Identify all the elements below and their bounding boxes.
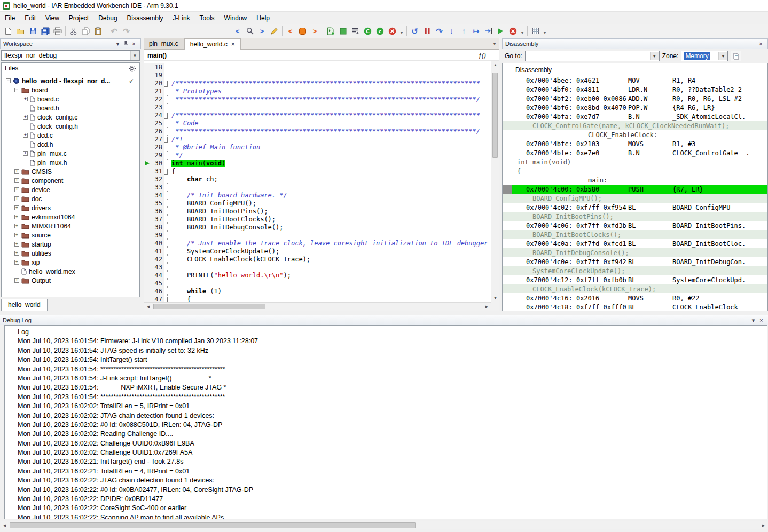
toolbar-toggle-breakpoint-button[interactable] (296, 25, 309, 37)
toolbar-navigate-forward-button[interactable]: > (256, 25, 268, 37)
code-line-35[interactable]: 35 BOARD_ConfigMPU(); (144, 200, 491, 208)
tree-item-dcd-c[interactable]: +dcd.c (2, 131, 139, 140)
close-icon[interactable]: × (231, 41, 235, 47)
toolbar-next-error-button[interactable]: > (309, 25, 321, 37)
chevron-down-icon[interactable]: ▼ (650, 52, 659, 60)
fold-collapse-icon[interactable]: − (164, 113, 168, 119)
tree-item-clock-config-h[interactable]: clock_config.h (2, 122, 139, 131)
breakpoint-margin[interactable] (144, 152, 151, 160)
code-line-46[interactable]: 46 while (1) (144, 288, 491, 296)
fold-collapse-icon[interactable]: − (164, 297, 168, 302)
tree-expander-icon[interactable]: + (14, 205, 19, 210)
fold-collapse-icon[interactable]: − (164, 81, 168, 87)
code-line-27[interactable]: 27−/*! (144, 136, 491, 144)
scrollbar-thumb[interactable] (492, 73, 498, 158)
editor-vertical-scrollbar[interactable]: ▲ ▼ (491, 61, 499, 302)
breakpoint-margin[interactable] (144, 128, 151, 136)
tree-expander-icon[interactable]: − (14, 88, 19, 92)
breakpoint-margin[interactable] (144, 63, 151, 72)
disasm-row[interactable]: 0x7000'4bf0: 0x4811LDR.NR0, ??DataTable2… (503, 85, 767, 94)
code-line-41[interactable]: 41 SystemCoreClockUpdate(); (144, 248, 491, 256)
scroll-right-icon[interactable]: ▶ (483, 303, 491, 311)
code-line-42[interactable]: 42 CLOCK_EnableClock(kCLOCK_Trace); (144, 256, 491, 264)
disasm-row[interactable]: CLOCK_EnableClock(kCLOCK_Trace); (503, 284, 767, 293)
menu-window[interactable]: Window (220, 12, 252, 24)
code-line-31[interactable]: 31−{ (144, 168, 491, 176)
breakpoint-margin[interactable] (144, 216, 151, 224)
tree-expander-icon[interactable]: + (23, 151, 28, 156)
code-line-40[interactable]: 40 /* Just enable the trace clock, leave… (144, 240, 491, 248)
toolbar-redo-button[interactable]: ↷ (120, 25, 132, 37)
disasm-row[interactable]: 0x7000'4c12: 0xf7ff 0xfb0bBLSystemCoreCl… (503, 275, 767, 284)
scroll-up-icon[interactable]: ▲ (491, 61, 499, 69)
scroll-left-icon[interactable]: ◀ (144, 303, 152, 311)
tree-expander-icon[interactable]: + (14, 187, 19, 192)
breakpoint-margin[interactable] (144, 184, 151, 192)
toolbar-run-to-cursor-button[interactable] (482, 25, 495, 37)
close-icon[interactable]: × (757, 41, 765, 47)
tree-expander-icon[interactable]: + (23, 97, 28, 101)
toolbar-cut-button[interactable] (67, 25, 80, 37)
breakpoint-margin[interactable] (144, 280, 151, 288)
tree-expander-icon[interactable]: + (14, 233, 19, 237)
config-selector[interactable]: flexspi_nor_debug ▼ (1, 50, 140, 61)
toolbar-copy-button[interactable] (80, 25, 92, 37)
toolbar-go-button[interactable] (495, 25, 507, 37)
pin-icon[interactable] (122, 41, 130, 47)
chevron-down-icon[interactable]: ▾ (490, 38, 499, 49)
editor-horizontal-scrollbar[interactable]: ◀ ▶ (144, 302, 491, 311)
code-line-28[interactable]: 28 * @brief Main function (144, 144, 491, 152)
editor-tab-hello-world-c[interactable]: hello_world.c× (184, 38, 241, 50)
toolbar-make-button[interactable] (349, 25, 362, 37)
disasm-row[interactable]: 0x7000'4bf6: 0xe8bd 0x4070POP.W{R4-R6, L… (503, 103, 767, 112)
toolbar-new-document-button[interactable] (2, 25, 14, 37)
breakpoint-margin[interactable] (144, 264, 151, 272)
code-line-44[interactable]: 44 PRINTF("hello world.\r\n"); (144, 272, 491, 280)
code-line-43[interactable]: 43 (144, 264, 491, 272)
breakpoint-margin[interactable] (144, 288, 151, 296)
toolbar-download-and-debug-button[interactable] (325, 25, 337, 37)
code-line-19[interactable]: 19 (144, 72, 491, 80)
code-line-23[interactable]: 23 (144, 104, 491, 112)
disasm-row[interactable]: main: (503, 176, 767, 185)
mixed-mode-button[interactable] (731, 51, 741, 61)
menu-disassembly[interactable]: Disassembly (122, 12, 168, 24)
disasm-row[interactable]: 0x7000'4bee: 0x4621MOVR1, R4 (503, 76, 767, 85)
tree-item-cmsis[interactable]: +CMSIS (2, 167, 139, 176)
code-line-24[interactable]: 24−/************************************… (144, 112, 491, 120)
tree-expander-icon[interactable]: + (23, 115, 28, 120)
zone-combobox[interactable]: Memory ▼ (681, 51, 728, 61)
disasm-row[interactable]: 0x7000'4c16: 0x2016MOVSR0, #22 (503, 293, 767, 303)
toolbar-stop-build-button[interactable] (386, 25, 398, 37)
tree-expander-icon[interactable]: + (23, 133, 28, 138)
toolbar-overflow-icon[interactable]: ▾ (542, 25, 548, 37)
code-line-22[interactable]: 22 *************************************… (144, 96, 491, 104)
chevron-down-icon[interactable]: ▼ (130, 51, 139, 60)
code-line-47[interactable]: 47− { (144, 296, 491, 302)
tree-expander-icon[interactable]: + (14, 278, 19, 283)
disasm-row[interactable]: 0x7000'4c00: 0xb580PUSH{R7, LR} (503, 185, 767, 194)
disasm-row[interactable]: 0x7000'4bf2: 0xeb00 0x0086ADD.WR0, R0, R… (503, 94, 767, 103)
tree-expander-icon[interactable]: + (14, 196, 19, 201)
tree-item-drivers[interactable]: +drivers (2, 203, 139, 212)
breakpoint-margin[interactable] (144, 144, 151, 152)
tree-expander-icon[interactable]: + (14, 260, 19, 265)
function-selector-icon[interactable]: ƒ() (478, 52, 496, 59)
code-line-30[interactable]: 30int main(void) (144, 160, 491, 168)
breakpoint-margin[interactable] (144, 296, 151, 302)
tree-item-hello-world-mex[interactable]: hello_world.mex (2, 267, 139, 276)
breakpoint-margin[interactable] (144, 136, 151, 144)
code-line-32[interactable]: 32 char ch; (144, 176, 491, 184)
breakpoint-margin[interactable] (144, 256, 151, 264)
chevron-down-icon[interactable]: ▼ (718, 52, 727, 60)
tree-item-clock-config-c[interactable]: +clock_config.c (2, 113, 139, 122)
toolbar-next-statement-button[interactable]: ↦ (470, 25, 482, 37)
tree-expander-icon[interactable]: + (14, 242, 19, 247)
menu-j-link[interactable]: J-Link (168, 12, 195, 24)
menu-debug[interactable]: Debug (93, 12, 122, 24)
toolbar-find-button[interactable] (244, 25, 256, 37)
breakpoint-margin[interactable] (144, 248, 151, 256)
disasm-row[interactable]: 0x7000'4bfc: 0x2103MOVSR1, #3 (503, 139, 767, 148)
breakpoint-margin[interactable] (144, 120, 151, 128)
code-line-38[interactable]: 38 BOARD_InitDebugConsole(); (144, 224, 491, 232)
